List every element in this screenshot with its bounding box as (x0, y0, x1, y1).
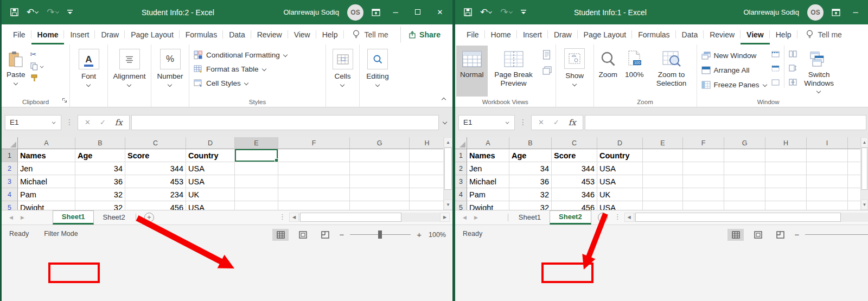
editing-group-collapsed[interactable]: Editing (360, 44, 395, 107)
cell-E4[interactable] (643, 188, 683, 201)
name-box[interactable]: E1 (5, 115, 61, 130)
format-as-table-dropdown-icon[interactable] (262, 67, 267, 71)
cell-A1[interactable]: Names (18, 149, 75, 162)
ribbon-display-options-icon[interactable] (372, 9, 380, 16)
scroll-left-icon[interactable]: ◀ (624, 213, 634, 222)
row-header-5[interactable]: 5 (2, 201, 18, 210)
cell-H4[interactable] (410, 188, 443, 201)
maximize-button[interactable] (411, 8, 425, 16)
undo-icon[interactable]: ↶ (27, 8, 39, 17)
cell-B3[interactable]: 36 (509, 175, 552, 188)
cell-B1[interactable]: Age (75, 149, 125, 162)
cell-B2[interactable]: 34 (509, 162, 552, 175)
cell-H1[interactable] (410, 149, 443, 162)
zoom-slider-thumb[interactable] (378, 230, 382, 239)
cell-I2[interactable] (807, 162, 848, 175)
column-header-B[interactable]: B (509, 137, 552, 149)
horizontal-scrollbar[interactable]: ◀ ▶ (289, 213, 450, 222)
column-header-A[interactable]: A (467, 137, 509, 149)
sheet-tab-sheet2[interactable]: Sheet2 (550, 210, 591, 225)
scroll-right-icon[interactable]: ▶ (440, 213, 450, 222)
cell-C3[interactable]: 453 (125, 175, 186, 188)
cell-B3[interactable]: 36 (75, 175, 125, 188)
normal-view-button[interactable]: Normal (456, 46, 488, 97)
cell-H3[interactable] (410, 175, 443, 188)
horizontal-scroll-thumb[interactable] (635, 213, 841, 222)
cell-D3[interactable]: USA (597, 175, 643, 188)
cell-I3[interactable] (807, 175, 848, 188)
page-layout-view-shortcut[interactable] (295, 229, 311, 241)
font-dropdown-icon[interactable] (86, 83, 91, 87)
tab-page-layout[interactable]: Page Layout (125, 24, 180, 44)
sheet-bar-resize-handle[interactable]: ⋮ (614, 214, 621, 220)
new-window-button[interactable]: New Window (701, 48, 768, 63)
cell-F1[interactable] (278, 149, 350, 162)
column-header-F[interactable]: F (278, 137, 350, 149)
synchronous-scrolling-icon[interactable] (789, 64, 797, 74)
cell-C2[interactable]: 344 (552, 162, 597, 175)
scroll-up-icon[interactable]: ▲ (444, 137, 452, 148)
cut-icon[interactable]: ✂ (30, 50, 44, 59)
tell-me[interactable]: Tell me (344, 30, 397, 39)
cell-A1[interactable]: Names (467, 149, 509, 162)
cell-F5[interactable] (278, 201, 350, 210)
new-sheet-button[interactable]: + (598, 213, 608, 222)
column-header-B[interactable]: B (75, 137, 125, 149)
cell-H4[interactable] (765, 188, 807, 201)
zoom-to-selection-button[interactable]: Zoom to Selection (648, 46, 695, 97)
clipboard-dialog-launcher-icon[interactable] (62, 95, 67, 105)
copy-icon[interactable] (30, 62, 44, 71)
column-header-H[interactable]: H (410, 137, 443, 149)
page-break-preview-shortcut[interactable] (317, 229, 333, 241)
zoom-100-button[interactable]: 100 100% (621, 46, 648, 97)
cell-A5[interactable]: Dwight (467, 201, 509, 210)
enter-icon[interactable]: ✓ (100, 118, 106, 126)
cell-H1[interactable] (765, 149, 807, 162)
cell-E3[interactable] (235, 175, 278, 188)
row-header-1[interactable]: 1 (2, 149, 18, 162)
horizontal-scrollbar[interactable]: ◀ (624, 213, 868, 222)
share-button[interactable]: Share (400, 27, 448, 43)
column-header-I[interactable]: I (807, 137, 848, 149)
cell-E1[interactable] (643, 149, 683, 162)
tell-me[interactable]: Tell me (797, 30, 851, 39)
sheet-nav-right-icon[interactable]: ▶ (21, 215, 24, 220)
name-box-dropdown-icon[interactable] (506, 121, 509, 124)
tab-view[interactable]: View (288, 24, 316, 44)
cell-D5[interactable]: USA (597, 201, 643, 210)
freeze-panes-button[interactable]: Freeze Panes (701, 78, 768, 92)
tab-home[interactable]: Home (485, 24, 517, 44)
format-as-table-button[interactable]: Format as Table (190, 62, 324, 76)
tab-review[interactable]: Review (251, 24, 288, 44)
cell-E2[interactable] (643, 162, 683, 175)
zoom-button[interactable]: Zoom (595, 46, 622, 97)
minimize-button[interactable]: ─ (848, 8, 863, 16)
cell-styles-button[interactable]: Cell Styles (190, 76, 324, 90)
sheet-tab-sheet1[interactable]: Sheet1 (53, 210, 94, 225)
vertical-scroll-track[interactable] (861, 148, 868, 200)
row-header-5[interactable]: 5 (455, 201, 467, 210)
cell-G1[interactable] (724, 149, 765, 162)
cell-F3[interactable] (278, 175, 350, 188)
column-header-G[interactable]: G (350, 137, 410, 149)
sheet-tab-sheet1[interactable]: Sheet1 (510, 210, 550, 225)
tab-page-layout[interactable]: Page Layout (578, 24, 633, 44)
tab-file[interactable]: File (7, 24, 31, 44)
cell-D2[interactable]: USA (186, 162, 235, 175)
cell-F4[interactable] (683, 188, 724, 201)
cell-I4[interactable] (807, 188, 848, 201)
cell-G2[interactable] (724, 162, 765, 175)
cell-B4[interactable]: 32 (509, 188, 552, 201)
cell-G2[interactable] (350, 162, 410, 175)
minimize-button[interactable]: ─ (388, 8, 403, 16)
cell-D3[interactable]: USA (186, 175, 235, 188)
show-group-collapsed[interactable]: Show (556, 44, 594, 107)
cell-D1[interactable]: Country (597, 149, 643, 162)
cell-J2[interactable] (848, 162, 860, 175)
cell-D5[interactable]: USA (186, 201, 235, 210)
formula-input[interactable] (585, 115, 866, 130)
zoom-out-icon[interactable]: − (339, 230, 344, 239)
number-group-collapsed[interactable]: % Number (151, 44, 189, 107)
new-sheet-button[interactable]: + (144, 213, 154, 222)
tab-insert[interactable]: Insert (64, 24, 95, 44)
